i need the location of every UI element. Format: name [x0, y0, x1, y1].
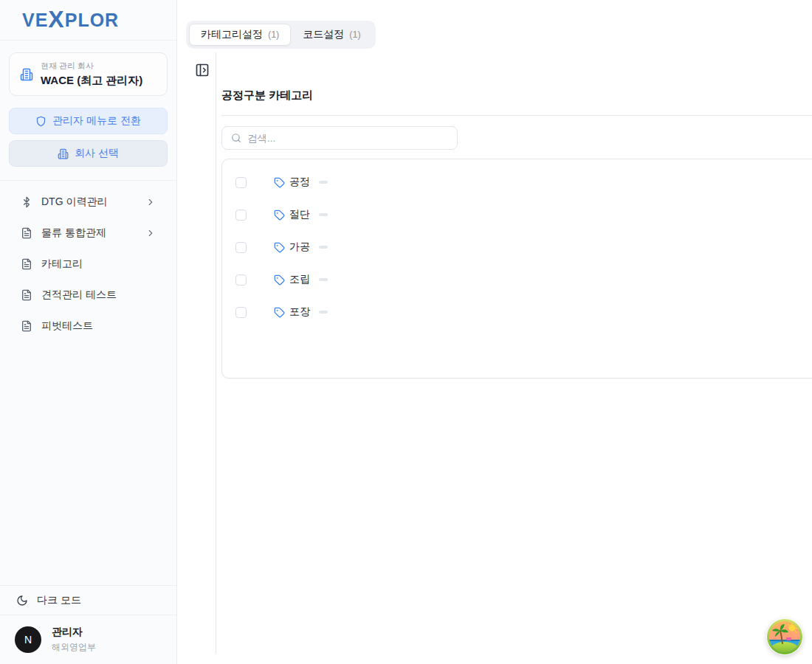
document-icon: [21, 320, 32, 332]
category-checkbox[interactable]: [235, 274, 247, 286]
panel-collapse-icon[interactable]: [195, 63, 210, 77]
sidebar-item-label: 카테고리: [41, 257, 156, 271]
shield-icon: [35, 116, 47, 127]
category-checkbox[interactable]: [235, 307, 247, 318]
sidebar-item-logistics-control[interactable]: 물류 통합관제: [9, 218, 168, 249]
settings-tabbar: 카테고리설정 (1) 코드설정 (1): [186, 21, 376, 49]
category-label[interactable]: 공정: [289, 176, 310, 189]
current-company-label: 현재 관리 회사: [41, 60, 142, 72]
tab-label: 코드설정: [303, 28, 344, 41]
category-dash: [319, 278, 328, 281]
title-divider: [221, 115, 812, 116]
document-icon: [21, 227, 32, 239]
sidebar-item-pivot-test[interactable]: 피벗테스트: [9, 311, 168, 342]
document-icon: [21, 289, 32, 301]
company-select-button[interactable]: 회사 선택: [9, 140, 168, 167]
category-label[interactable]: 절단: [289, 208, 310, 221]
tag-icon: [274, 177, 285, 188]
avatar: N: [15, 626, 41, 653]
dark-mode-label: 다크 모드: [37, 594, 81, 607]
category-label[interactable]: 조립: [289, 273, 310, 286]
search-input[interactable]: [247, 133, 448, 144]
profile-name: 관리자: [52, 626, 96, 639]
profile-department: 해외영업부: [52, 641, 96, 654]
tag-icon: [274, 307, 285, 318]
category-checkbox[interactable]: [235, 242, 247, 253]
sidebar-top-section: 현재 관리 회사 WACE (최고 관리자) 관리자 메뉴로 전환 회사 선택: [0, 41, 176, 181]
sidebar-item-category[interactable]: 카테고리: [9, 249, 168, 280]
document-icon: [21, 258, 32, 270]
current-company-name: WACE (최고 관리자): [41, 74, 142, 88]
sidebar-item-label: 피벗테스트: [41, 319, 156, 333]
category-checkbox[interactable]: [235, 210, 247, 221]
page-title: 공정구분 카테고리: [221, 89, 313, 103]
tab-code-settings[interactable]: 코드설정 (1): [291, 24, 372, 46]
logo-area: VEXPLOR: [0, 0, 176, 41]
main-content: 카테고리설정 (1) 코드설정 (1) 공정구분 카테고리 공정: [177, 0, 812, 664]
company-select-label: 회사 선택: [75, 147, 119, 160]
panel-divider: [216, 52, 216, 654]
category-dash: [319, 311, 328, 314]
category-row: 가공: [222, 231, 812, 263]
sidebar: VEXPLOR 현재 관리 회사 WACE (최고 관리자) 관리자 메뉴로 전…: [0, 0, 177, 664]
sidebar-item-label: 물류 통합관제: [41, 226, 137, 240]
category-row: 포장: [222, 296, 812, 328]
building-icon: [58, 148, 69, 159]
category-label[interactable]: 포장: [289, 305, 310, 319]
category-list-card: 공정 절단 가공 조립: [221, 159, 812, 378]
category-checkbox[interactable]: [235, 177, 247, 188]
category-search: [221, 126, 458, 150]
current-company-card: 현재 관리 회사 WACE (최고 관리자): [9, 52, 168, 96]
chevron-right-icon: [145, 197, 156, 207]
tab-count: (1): [349, 30, 360, 40]
sidebar-item-quote-test[interactable]: 견적관리 테스트: [9, 280, 168, 311]
moon-icon: [16, 595, 28, 606]
tag-icon: [274, 274, 285, 286]
category-dash: [319, 246, 328, 249]
sidebar-spacer: [0, 342, 176, 585]
category-row: 공정: [222, 166, 812, 198]
sidebar-item-dtg-history[interactable]: DTG 이력관리: [9, 187, 168, 218]
sidebar-item-label: 견적관리 테스트: [41, 288, 156, 302]
island-widget-button[interactable]: [766, 618, 803, 655]
sidebar-item-label: DTG 이력관리: [41, 196, 137, 209]
category-dash: [319, 213, 328, 216]
search-icon: [231, 133, 241, 143]
admin-menu-switch-label: 관리자 메뉴로 전환: [52, 114, 141, 128]
category-row: 절단: [222, 198, 812, 231]
tag-icon: [274, 242, 285, 253]
category-dash: [319, 181, 328, 184]
dark-mode-toggle[interactable]: 다크 모드: [0, 585, 176, 615]
chevron-right-icon: [145, 228, 156, 238]
category-label[interactable]: 가공: [289, 241, 310, 254]
tab-count: (1): [268, 30, 279, 40]
bluetooth-icon: [21, 196, 32, 208]
building-icon: [20, 68, 33, 81]
admin-menu-switch-button[interactable]: 관리자 메뉴로 전환: [9, 108, 168, 134]
sidebar-nav: DTG 이력관리 물류 통합관제 카테고리 견적관리 테스트: [0, 181, 176, 342]
tag-icon: [274, 210, 285, 221]
category-row: 조립: [222, 263, 812, 296]
tab-category-settings[interactable]: 카테고리설정 (1): [189, 24, 291, 46]
user-profile[interactable]: N 관리자 해외영업부: [0, 615, 176, 664]
vexplor-logo: VEXPLOR: [22, 10, 119, 31]
tab-label: 카테고리설정: [201, 28, 263, 41]
